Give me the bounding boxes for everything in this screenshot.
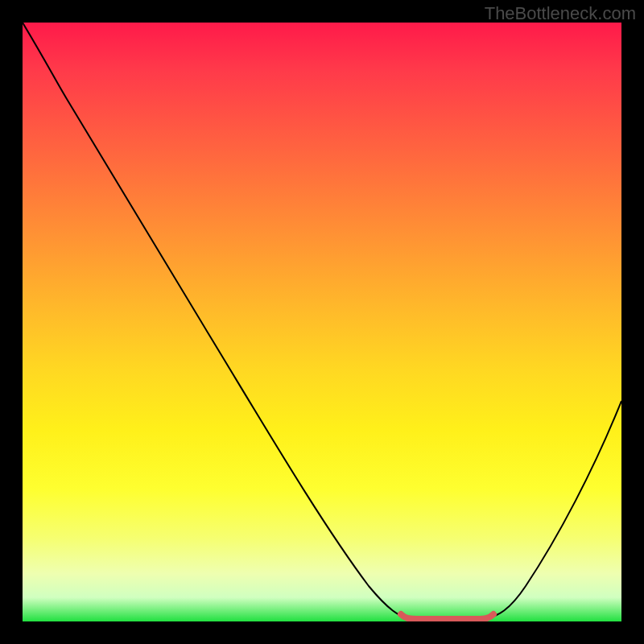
chart-plot-area — [23, 23, 621, 621]
watermark-text: TheBottleneck.com — [485, 3, 636, 24]
flat-region-highlight — [401, 614, 493, 619]
bottleneck-curve — [23, 23, 621, 618]
chart-svg — [23, 23, 621, 621]
